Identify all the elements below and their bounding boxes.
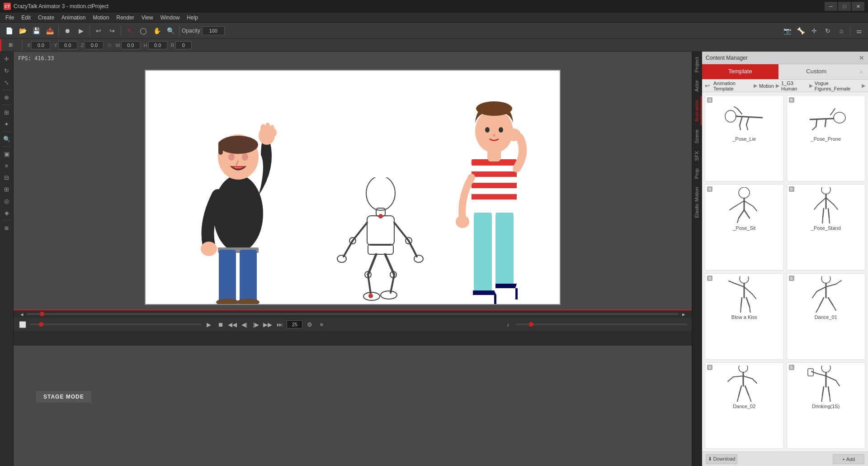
tool-g[interactable]: ≣ <box>1 222 12 233</box>
move-tool[interactable]: ✛ <box>1 53 12 64</box>
play-button[interactable]: ▶ <box>75 24 87 37</box>
bc-g3-human[interactable]: 1_G3 Human <box>781 81 807 91</box>
sprite-tool[interactable]: ⊞ <box>1 107 12 118</box>
add-keyframe[interactable]: ⬜ <box>18 320 27 329</box>
item-pose-lie[interactable]: S _Pose_Lie <box>705 95 784 181</box>
volume-track[interactable] <box>515 323 687 325</box>
item-dance-01[interactable]: S <box>787 273 866 360</box>
tool-a[interactable]: ▣ <box>1 148 12 159</box>
menu-item-edit[interactable]: Edit <box>18 14 34 22</box>
y-input[interactable] <box>58 41 77 49</box>
item-pose-prone[interactable]: S _Pose_Prone <box>787 95 866 181</box>
tool-f[interactable]: ◈ <box>1 207 12 218</box>
x-input[interactable] <box>31 41 50 49</box>
h-input[interactable] <box>148 41 167 49</box>
play-stop[interactable]: ▶ <box>204 320 213 329</box>
tab-elastic-motion[interactable]: Elastic Motion <box>693 183 702 221</box>
next-frame[interactable]: ▶▶ <box>263 320 272 329</box>
cm-download-btn[interactable]: ⬇ Download <box>706 454 737 464</box>
minimize-button[interactable]: ─ <box>825 2 837 11</box>
loop-thumb[interactable] <box>39 322 43 327</box>
menu-item-animation[interactable]: Animation <box>58 14 89 22</box>
target-tool[interactable]: ⊕ <box>1 92 12 103</box>
camera-button[interactable]: 📷 <box>781 24 793 37</box>
new-button[interactable]: 📄 <box>3 24 15 37</box>
prev-frame[interactable]: ◀◀ <box>228 320 237 329</box>
breadcrumb-back[interactable]: ↩ <box>705 82 710 89</box>
scroll-left[interactable]: ◂ <box>17 309 26 319</box>
menu-item-motion[interactable]: Motion <box>89 14 113 22</box>
grid-button[interactable]: ⊞ <box>4 39 17 52</box>
timeline-thumb[interactable] <box>40 312 44 316</box>
tool-c[interactable]: ⊟ <box>1 172 12 183</box>
item-pose-stand[interactable]: S <box>787 184 866 271</box>
export-button[interactable]: 📤 <box>43 24 56 37</box>
next-key[interactable]: |▶ <box>251 320 260 329</box>
opacity-input[interactable] <box>202 26 225 35</box>
cm-close-button[interactable]: ✕ <box>859 54 864 62</box>
rotate-tool[interactable]: ↻ <box>1 65 12 76</box>
maximize-button[interactable]: □ <box>838 2 851 11</box>
menu-item-view[interactable]: View <box>138 14 157 22</box>
bc-motion[interactable]: Motion <box>759 83 774 89</box>
cm-tab-more[interactable]: ○ <box>854 64 868 79</box>
info-btn[interactable]: ≡ <box>317 320 326 329</box>
tab-prop[interactable]: Prop <box>693 165 702 182</box>
cm-tab-custom[interactable]: Custom <box>778 64 855 79</box>
menu-item-create[interactable]: Create <box>34 14 58 22</box>
undo-button[interactable]: ↩ <box>92 24 105 37</box>
tool2-button[interactable]: ✋ <box>151 24 163 37</box>
tab-scene[interactable]: Scene <box>693 126 702 147</box>
settings-btn[interactable]: ⚙ <box>305 320 314 329</box>
tool1-button[interactable]: ◯ <box>137 24 150 37</box>
menu-item-help[interactable]: Help <box>183 14 202 22</box>
w-input[interactable] <box>121 41 140 49</box>
close-button[interactable]: ✕ <box>852 2 864 11</box>
end-btn[interactable]: ⏭ <box>275 320 284 329</box>
audio-btn[interactable]: ♪ <box>504 320 513 329</box>
tab-actor[interactable]: Actor <box>693 76 702 95</box>
record-button[interactable]: ⏺ <box>61 24 74 37</box>
item-dance-02[interactable]: S <box>705 362 784 449</box>
save-button[interactable]: 💾 <box>30 24 42 37</box>
item-drinking[interactable]: S <box>787 362 866 449</box>
bone-button[interactable]: 🦴 <box>794 24 807 37</box>
search-tool[interactable]: 🔍 <box>1 133 12 144</box>
stop-btn[interactable]: ⏹ <box>216 320 225 329</box>
volume-thumb[interactable] <box>529 322 533 327</box>
menu-item-window[interactable]: Window <box>157 14 184 22</box>
r-input[interactable] <box>175 41 192 49</box>
tool-d[interactable]: ⊞ <box>1 184 12 195</box>
home-button[interactable]: ⌂ <box>835 24 848 37</box>
bc-vogue-figures[interactable]: Vogue Figures_Female <box>815 81 860 91</box>
scale-tool[interactable]: ⤡ <box>1 77 12 88</box>
rotate-button[interactable]: ↻ <box>821 24 834 37</box>
tool-e[interactable]: ◎ <box>1 195 12 206</box>
loop-track[interactable] <box>30 323 202 325</box>
tab-animation[interactable]: Animation <box>693 96 702 125</box>
open-button[interactable]: 📂 <box>16 24 29 37</box>
timeline-track[interactable] <box>26 313 679 315</box>
tab-project[interactable]: Project <box>693 53 702 76</box>
tab-sfx[interactable]: SFX <box>693 147 702 164</box>
item-blow-kiss[interactable]: S <box>705 273 784 360</box>
stage[interactable] <box>145 70 561 305</box>
tool3-button[interactable]: 🔍 <box>164 24 177 37</box>
scroll-right[interactable]: ▸ <box>679 309 688 319</box>
select-button[interactable]: ↖ <box>123 24 136 37</box>
stage-mode-button[interactable]: STAGE MODE <box>36 391 91 403</box>
redo-button[interactable]: ↪ <box>106 24 118 37</box>
frame-input[interactable] <box>287 320 302 328</box>
z-input[interactable] <box>85 41 104 49</box>
move-button[interactable]: ✛ <box>808 24 821 37</box>
cm-tab-template[interactable]: Template <box>702 64 778 79</box>
tool-b[interactable]: ≡ <box>1 160 12 171</box>
bc-animation-template[interactable]: Animation Template <box>713 81 752 91</box>
timeline-toggle[interactable]: ⚌ <box>853 24 865 37</box>
menu-item-render[interactable]: Render <box>113 14 137 22</box>
item-pose-sit[interactable]: S _Pose <box>705 184 784 271</box>
menu-item-file[interactable]: File <box>2 14 18 22</box>
prev-key[interactable]: ◀| <box>240 320 249 329</box>
bone-tool[interactable]: ✦ <box>1 119 12 129</box>
cm-add-btn[interactable]: + Add <box>833 454 864 464</box>
